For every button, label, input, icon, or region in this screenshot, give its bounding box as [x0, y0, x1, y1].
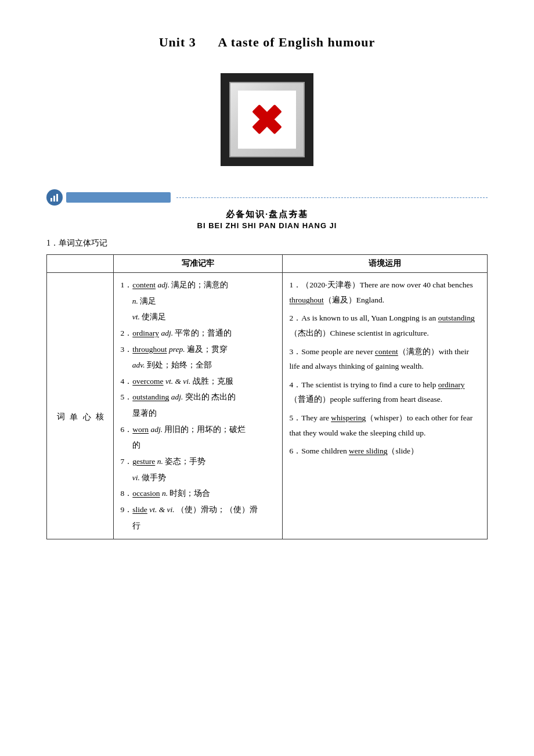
word-overcome: overcome	[132, 377, 163, 386]
book-inner	[229, 82, 305, 157]
pos-n2: n.	[157, 457, 163, 466]
page: Unit 3 A taste of English humour 必备	[0, 0, 534, 756]
left-vocab-col: 1．content adj. 满足的；满意的 n. 满足 vt. 使满足 2．o…	[113, 273, 282, 539]
book-image	[221, 73, 313, 166]
svg-rect-1	[53, 196, 55, 201]
context-item-2: 2．As is known to us all, Yuan Longping i…	[290, 311, 480, 340]
context-item-5: 5．They are whispering（whisper）to each ot…	[290, 411, 480, 440]
page-title: Unit 3 A taste of English humour	[46, 35, 488, 50]
pos-adj2: adj.	[161, 329, 173, 337]
word-content: content	[132, 280, 156, 289]
dashed-divider	[176, 197, 488, 198]
col1-header: 写准记牢	[113, 255, 282, 273]
svg-rect-2	[56, 194, 58, 201]
vocab-item-4: 4．overcome vt. & vi. 战胜；克服	[121, 374, 275, 389]
pos-prep: prep.	[169, 345, 185, 354]
right-context-col: 1．（2020·天津卷）There are now over 40 chat b…	[282, 273, 487, 539]
vocab-item-6b: 的	[121, 438, 275, 453]
book-white	[238, 91, 296, 149]
section-english-title: BI BEI ZHI SHI PAN DIAN HANG JI	[46, 221, 488, 230]
vocab-item-8: 8．occasion n. 时刻；场合	[121, 486, 275, 501]
vocab-item-5: 5．outstanding adj. 突出的 杰出的	[121, 390, 275, 405]
vocab-item-5b: 显著的	[121, 406, 275, 421]
answer-content: content	[375, 347, 398, 356]
side-label: 核心单词	[47, 273, 114, 539]
answer-throughout: throughout	[290, 296, 324, 304]
section-banner	[46, 189, 488, 206]
table-row-main: 核心单词 1．content adj. 满足的；满意的 n. 满足 vt. 使满…	[47, 273, 488, 539]
vocab-table: 写准记牢 语境运用 核心单词 1．content adj. 满足的；满意的 n.…	[46, 254, 488, 539]
pos-adj4: adj.	[150, 425, 163, 434]
vocab-item-7: 7．gesture n. 姿态；手势	[121, 454, 275, 469]
answer-whispering: whispering	[331, 413, 366, 422]
pos-adv: adv.	[132, 361, 145, 369]
vocab-item-3b: adv. 到处；始终；全部	[121, 358, 275, 373]
context-item-1: 1．（2020·天津卷）There are now over 40 chat b…	[290, 278, 480, 307]
word-ordinary: ordinary	[132, 329, 159, 337]
context-item-3: 3．Some people are never content（满意的）with…	[290, 344, 480, 374]
answer-were-sliding: were sliding	[349, 447, 387, 455]
sub-heading-vocab: 1．单词立体巧记	[46, 238, 488, 249]
word-throughout: throughout	[132, 345, 167, 354]
chart-icon	[46, 189, 63, 206]
book-image-container	[46, 73, 488, 166]
vocab-item-9: 9．slide vt. & vi. （使）滑动；（使）滑	[121, 502, 275, 517]
word-worn: worn	[132, 425, 149, 434]
word-occasion: occasion	[132, 489, 160, 498]
unit-label: Unit 3	[159, 35, 196, 49]
banner-bar	[66, 192, 171, 203]
section-chinese-title: 必备知识·盘点夯基	[46, 209, 488, 220]
pos-n3: n.	[162, 489, 168, 498]
vocab-item-1b: n. 满足	[121, 294, 275, 309]
vocab-item-2: 2．ordinary adj. 平常的；普通的	[121, 326, 275, 341]
pos-n: n.	[132, 297, 138, 305]
pos-vi: vi.	[132, 473, 140, 482]
side-col-header	[47, 255, 114, 273]
vocab-item-9b: 行	[121, 519, 275, 534]
word-outstanding: outstanding	[132, 393, 169, 401]
pos-vtvi2: vt. & vi.	[149, 505, 175, 514]
red-x-icon	[250, 102, 284, 137]
title-section: Unit 3 A taste of English humour	[46, 35, 488, 50]
title-subtitle: A taste of English humour	[218, 35, 376, 49]
vocab-item-1c: vt. 使满足	[121, 309, 275, 325]
context-item-4: 4．The scientist is trying to find a cure…	[290, 377, 480, 407]
pos-adj3: adj.	[171, 393, 183, 401]
vocab-item-1: 1．content adj. 满足的；满意的	[121, 278, 275, 293]
svg-rect-0	[50, 198, 52, 201]
context-item-6: 6．Some children were sliding（slide）	[290, 444, 480, 459]
vocab-item-3: 3．throughout prep. 遍及；贯穿	[121, 342, 275, 357]
bar-chart-icon	[50, 193, 59, 202]
vocab-item-7b: vi. 做手势	[121, 470, 275, 485]
word-slide: slide	[132, 505, 147, 514]
pos-vt: vt.	[132, 312, 140, 321]
answer-outstanding: outstanding	[438, 314, 475, 322]
pos-adj: adj.	[157, 280, 169, 289]
vocab-item-6: 6．worn adj. 用旧的；用坏的；破烂	[121, 422, 275, 437]
answer-ordinary: ordinary	[438, 380, 465, 389]
word-gesture: gesture	[132, 457, 155, 466]
col2-header: 语境运用	[282, 255, 487, 273]
pos-vtvi: vt. & vi.	[165, 377, 191, 386]
